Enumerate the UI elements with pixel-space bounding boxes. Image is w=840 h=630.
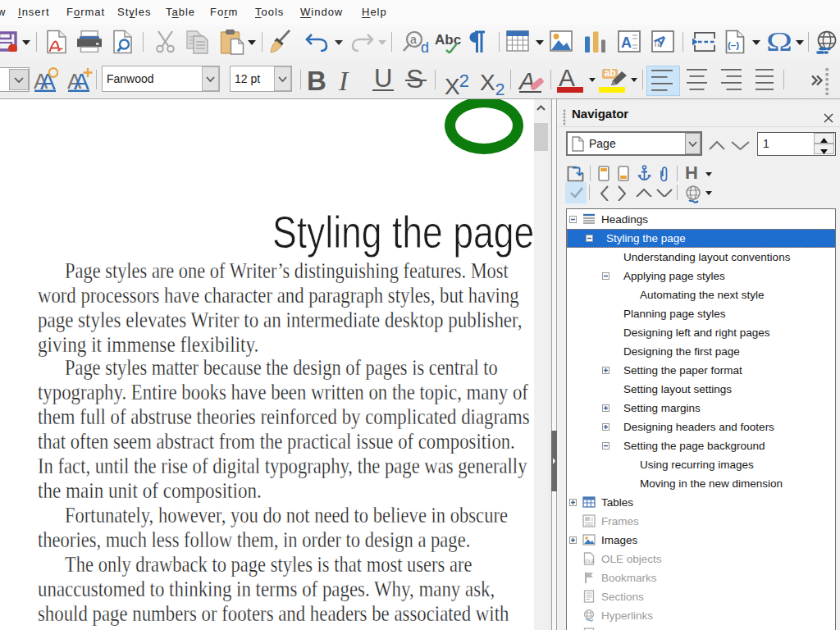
svg-text:d: d (421, 39, 429, 55)
svg-text:a: a (410, 33, 417, 46)
svg-text:Ω: Ω (766, 30, 791, 54)
svg-text:Abc: Abc (435, 32, 461, 48)
svg-text:OLE: OLE (585, 559, 595, 564)
svg-text:(–): (–) (728, 40, 739, 50)
svg-text:A: A (621, 34, 632, 51)
svg-text:A: A (40, 69, 56, 92)
